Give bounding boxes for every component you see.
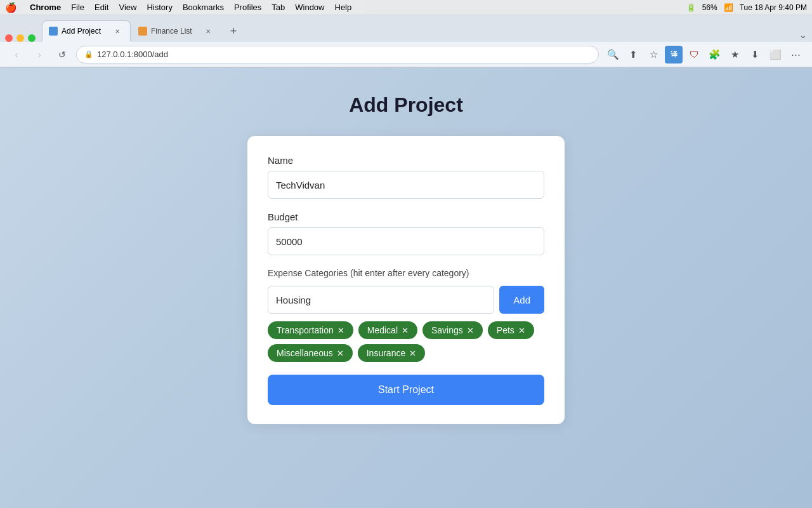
nav-bar: ‹ › ↺ 🔒 127.0.0.1:8000/add 🔍 ⬆ ☆ 译 🛡 🧩 ★…: [0, 42, 812, 67]
tag-transportation: Transportation ✕: [268, 321, 353, 339]
forward-button[interactable]: ›: [30, 46, 48, 64]
tab-close-add-project[interactable]: ✕: [112, 26, 122, 36]
datetime: Tue 18 Apr 9:40 PM: [740, 3, 807, 12]
menu-bar: 🍎 Chrome File Edit View History Bookmark…: [0, 0, 812, 15]
tab-close-finance-list[interactable]: ✕: [203, 26, 213, 36]
browser-chrome: Add Project ✕ Finance List ✕ + ⌄ ‹ › ↺ 🔒…: [0, 15, 812, 68]
form-card: Name Budget Expense Categories (hit ente…: [247, 136, 565, 424]
url-text: 127.0.0.1:8000/add: [97, 50, 168, 59]
extension-icon-3[interactable]: ★: [726, 46, 743, 64]
search-icon[interactable]: 🔍: [604, 46, 622, 64]
menu-window[interactable]: Window: [295, 3, 324, 12]
tab-expand-button[interactable]: ⌄: [799, 30, 807, 40]
name-input[interactable]: [268, 171, 544, 199]
tab-title-add-project: Add Project: [62, 27, 108, 36]
add-category-button[interactable]: Add: [499, 286, 544, 314]
translate-icon[interactable]: 译: [665, 46, 683, 64]
fullscreen-window-button[interactable]: [28, 34, 36, 42]
extension-icon-2[interactable]: 🧩: [705, 46, 723, 64]
traffic-lights: [5, 34, 36, 42]
menu-view[interactable]: View: [119, 3, 136, 12]
budget-input[interactable]: [268, 227, 544, 255]
tag-label-savings: Savings: [431, 325, 463, 335]
extension-icon-4[interactable]: ⬇: [746, 46, 764, 64]
tag-insurance: Insurance ✕: [358, 344, 425, 362]
menu-help[interactable]: Help: [335, 3, 352, 12]
nav-actions: 🔍 ⬆ ☆ 译 🛡 🧩 ★ ⬇ ⬜ ⋯: [604, 46, 804, 64]
category-input-row: Add: [268, 286, 544, 314]
tab-favicon-finance-list: [138, 27, 147, 36]
menu-history[interactable]: History: [147, 3, 172, 12]
tag-label-transportation: Transportation: [277, 325, 334, 335]
tags-container: Transportation ✕ Medical ✕ Savings ✕ Pet…: [268, 321, 544, 362]
tag-remove-insurance[interactable]: ✕: [409, 349, 416, 358]
tag-miscellaneous: Miscellaneous ✕: [268, 344, 353, 362]
name-label: Name: [268, 155, 544, 166]
battery-percentage: 56%: [702, 3, 717, 12]
new-tab-button[interactable]: +: [225, 22, 242, 40]
tag-remove-miscellaneous[interactable]: ✕: [337, 349, 344, 358]
tag-remove-pets[interactable]: ✕: [518, 326, 525, 335]
menu-profiles[interactable]: Profiles: [234, 3, 261, 12]
close-window-button[interactable]: [5, 34, 13, 42]
categories-label: Expense Categories (hit enter after ever…: [268, 268, 544, 278]
minimize-window-button[interactable]: [16, 34, 24, 42]
menu-bar-right: 🔋 56% 📶 Tue 18 Apr 9:40 PM: [686, 3, 807, 12]
categories-section: Expense Categories (hit enter after ever…: [268, 268, 544, 405]
tag-label-medical: Medical: [367, 325, 398, 335]
tag-label-pets: Pets: [497, 325, 514, 335]
tab-favicon-add-project: [49, 27, 58, 36]
address-bar[interactable]: 🔒 127.0.0.1:8000/add: [76, 46, 599, 64]
wifi-icon: 📶: [724, 3, 733, 12]
tab-bar: Add Project ✕ Finance List ✕ + ⌄: [0, 15, 812, 42]
menu-chrome[interactable]: Chrome: [30, 3, 61, 12]
tag-label-insurance: Insurance: [367, 348, 405, 358]
menu-edit[interactable]: Edit: [95, 3, 108, 12]
bookmark-icon[interactable]: ☆: [645, 46, 662, 64]
menu-dots-icon[interactable]: ⋯: [787, 46, 804, 64]
page-content: Add Project Name Budget Expense Categori…: [0, 68, 812, 450]
battery-indicator: 🔋: [686, 3, 696, 12]
apple-menu[interactable]: 🍎: [5, 2, 17, 13]
profiles-icon[interactable]: ⬜: [766, 46, 784, 64]
name-group: Name: [268, 155, 544, 199]
tab-title-finance-list: Finance List: [151, 27, 199, 36]
back-button[interactable]: ‹: [8, 46, 25, 64]
menu-bookmarks[interactable]: Bookmarks: [183, 3, 224, 12]
tag-pets: Pets ✕: [488, 321, 534, 339]
category-input[interactable]: [268, 286, 494, 314]
extension-icon-1[interactable]: 🛡: [685, 46, 703, 64]
menu-tab[interactable]: Tab: [272, 3, 285, 12]
page-title: Add Project: [349, 93, 463, 117]
tag-label-miscellaneous: Miscellaneous: [277, 348, 333, 358]
tag-remove-transportation[interactable]: ✕: [337, 326, 344, 335]
tab-add-project[interactable]: Add Project ✕: [42, 20, 131, 42]
tag-savings: Savings ✕: [422, 321, 483, 339]
budget-group: Budget: [268, 211, 544, 255]
security-icon: 🔒: [84, 50, 93, 58]
tag-remove-savings[interactable]: ✕: [467, 326, 474, 335]
budget-label: Budget: [268, 211, 544, 222]
start-project-button[interactable]: Start Project: [268, 375, 544, 405]
tag-remove-medical[interactable]: ✕: [402, 326, 409, 335]
share-icon[interactable]: ⬆: [624, 46, 642, 64]
menu-file[interactable]: File: [71, 3, 84, 12]
reload-button[interactable]: ↺: [53, 46, 71, 64]
tab-finance-list[interactable]: Finance List ✕: [132, 20, 221, 42]
tag-medical: Medical ✕: [358, 321, 417, 339]
